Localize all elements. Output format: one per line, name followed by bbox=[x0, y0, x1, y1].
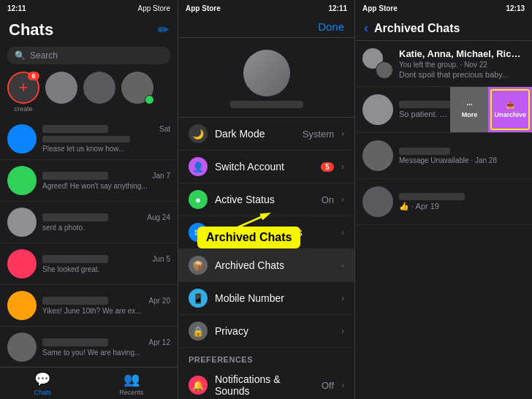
preferences-label: PREFERENCES bbox=[178, 348, 354, 367]
menu-item-switch-account[interactable]: 👤 Switch Account 5 › bbox=[178, 151, 354, 183]
chat-item[interactable]: Sat Please let us know how... bbox=[0, 118, 178, 160]
active-status-chevron: › bbox=[341, 194, 344, 205]
chat-avatar bbox=[7, 208, 37, 237]
chat-name bbox=[42, 255, 108, 263]
mobile-number-icon: 📱 bbox=[189, 289, 208, 308]
chat-item[interactable]: Apr 12 Same to you! We are having... bbox=[0, 327, 178, 367]
recents-icon: 👥 bbox=[123, 371, 140, 387]
chat-item[interactable]: Aug 24 sent a photo. bbox=[0, 202, 178, 243]
callout-arrow bbox=[222, 209, 281, 238]
chat-item[interactable]: Apr 20 Yikes! June 10th? We are ex... bbox=[0, 285, 178, 327]
chat-time: Apr 12 bbox=[149, 338, 170, 346]
archived-info: Katie, Anna, Michael, Richard You left t… bbox=[399, 48, 525, 79]
unarchive-label: Unarchive bbox=[494, 111, 526, 118]
group-avatar bbox=[362, 48, 393, 79]
tab-chats[interactable]: 💬 Chats bbox=[34, 371, 52, 396]
chat-item[interactable]: Jan 7 Agreed! He won't say anything... bbox=[0, 160, 178, 202]
archived-name-2 bbox=[399, 101, 452, 108]
search-icon: 🔍 bbox=[15, 50, 26, 61]
dark-mode-icon: 🌙 bbox=[189, 124, 208, 143]
chat-preview-text: She looked great. bbox=[42, 265, 170, 273]
chat-time: Jun 5 bbox=[153, 255, 170, 263]
story-2[interactable] bbox=[45, 72, 77, 113]
message-requests-chevron: › bbox=[341, 227, 344, 238]
tab-recents[interactable]: 👥 Recents bbox=[119, 371, 143, 396]
archived-sub-3: Message Unavailable · Jan 28 bbox=[399, 156, 525, 164]
chat-preview-text: Agreed! He won't say anything... bbox=[42, 182, 170, 190]
right-header: ‹ Archived Chats bbox=[355, 16, 532, 41]
story-first[interactable]: + 6 create bbox=[7, 72, 39, 113]
privacy-icon: 🔒 bbox=[189, 322, 208, 341]
switch-account-badge: 5 bbox=[321, 162, 334, 172]
middle-panel: App Store 12:11 Done 🌙 Dark Mode System … bbox=[178, 0, 355, 399]
edit-icon[interactable]: ✏ bbox=[158, 22, 169, 38]
chat-avatar bbox=[7, 124, 37, 153]
notifications-chevron: › bbox=[341, 380, 344, 390]
more-button[interactable]: ··· More bbox=[450, 87, 488, 132]
chat-time: Aug 24 bbox=[147, 213, 170, 221]
profile-avatar bbox=[243, 50, 290, 96]
privacy-label: Privacy bbox=[215, 325, 334, 337]
chat-info: Jan 7 Agreed! He won't say anything... bbox=[42, 172, 170, 190]
right-title: Archived Chats bbox=[374, 22, 460, 35]
create-label: create bbox=[7, 105, 39, 113]
chat-avatar bbox=[7, 166, 37, 195]
menu-item-archived-chats[interactable]: 📦 Archived Chats › bbox=[178, 249, 354, 282]
search-bar[interactable]: 🔍 Search bbox=[7, 47, 170, 64]
tab-chats-label: Chats bbox=[34, 389, 52, 396]
archived-preview-4: 👍 · Apr 19 bbox=[399, 202, 525, 211]
archived-item-group[interactable]: Katie, Anna, Michael, Richard You left t… bbox=[355, 41, 532, 87]
mobile-number-label: Mobile Number bbox=[215, 292, 334, 304]
archived-item-3[interactable]: Message Unavailable · Jan 28 bbox=[355, 133, 532, 179]
archived-chats-icon: 📦 bbox=[189, 256, 208, 275]
chat-list: Sat Please let us know how... Jan 7 Agre… bbox=[0, 118, 178, 367]
more-icon: ··· bbox=[466, 101, 472, 109]
chat-info: Apr 12 Same to you! We are having... bbox=[42, 338, 170, 357]
tab-recents-label: Recents bbox=[119, 389, 143, 396]
chats-icon: 💬 bbox=[34, 371, 50, 387]
done-button[interactable]: Done bbox=[318, 20, 344, 33]
archived-name: Katie, Anna, Michael, Richard bbox=[399, 48, 525, 59]
chat-name bbox=[42, 338, 108, 346]
archived-preview-2: So patient. Thank you.... · Jul 17 bbox=[399, 110, 452, 118]
active-status-value: On bbox=[322, 194, 334, 205]
back-icon[interactable]: ‹ bbox=[364, 20, 368, 36]
story-3[interactable] bbox=[83, 72, 115, 113]
dark-mode-value: System bbox=[303, 129, 334, 140]
notifications-value: Off bbox=[322, 380, 334, 391]
left-time: 12:11 bbox=[7, 4, 26, 12]
archived-chats-label: Archived Chats bbox=[215, 259, 334, 271]
stories-row: + 6 create bbox=[0, 69, 178, 118]
notifications-label: Notifications & Sounds bbox=[215, 373, 314, 397]
more-label: More bbox=[462, 111, 478, 118]
unarchive-icon: 📤 bbox=[506, 101, 514, 109]
chat-avatar bbox=[7, 332, 37, 362]
menu-item-dark-mode[interactable]: 🌙 Dark Mode System › bbox=[178, 118, 354, 151]
chat-preview-text: sent a photo. bbox=[42, 224, 170, 232]
right-panel: App Store 12:13 ‹ Archived Chats Katie, … bbox=[355, 0, 532, 399]
menu-item-mobile-number[interactable]: 📱 Mobile Number › bbox=[178, 282, 354, 315]
unarchive-button[interactable]: 📤 Unarchive bbox=[488, 87, 532, 132]
archived-avatar-4 bbox=[362, 186, 393, 217]
middle-carrier: App Store bbox=[186, 4, 221, 12]
switch-account-chevron: › bbox=[341, 162, 344, 172]
chat-item[interactable]: Jun 5 She looked great. bbox=[0, 243, 178, 285]
story-4[interactable] bbox=[121, 72, 153, 113]
left-title: Chats bbox=[9, 20, 53, 39]
profile-name-bar bbox=[230, 101, 303, 108]
left-carrier: App Store bbox=[138, 4, 170, 12]
active-status-label: Active Status bbox=[215, 194, 314, 205]
menu-item-notifications[interactable]: 🔔 Notifications & Sounds Off › bbox=[178, 367, 354, 399]
chat-time: Sat bbox=[159, 125, 170, 133]
right-status-bar: App Store 12:13 bbox=[355, 0, 532, 16]
chat-avatar bbox=[7, 249, 37, 278]
archived-item-2[interactable]: So patient. Thank you.... · Jul 17 ··· M… bbox=[355, 87, 532, 133]
badge-count: 6 bbox=[28, 72, 39, 80]
menu-item-privacy[interactable]: 🔒 Privacy › bbox=[178, 315, 354, 348]
archived-chats-chevron: › bbox=[341, 260, 344, 270]
chat-info: Sat Please let us know how... bbox=[42, 125, 170, 153]
dark-mode-label: Dark Mode bbox=[215, 128, 295, 140]
archived-name-3 bbox=[399, 148, 450, 155]
chat-info: Aug 24 sent a photo. bbox=[42, 213, 170, 232]
archived-item-4[interactable]: 👍 · Apr 19 bbox=[355, 179, 532, 225]
